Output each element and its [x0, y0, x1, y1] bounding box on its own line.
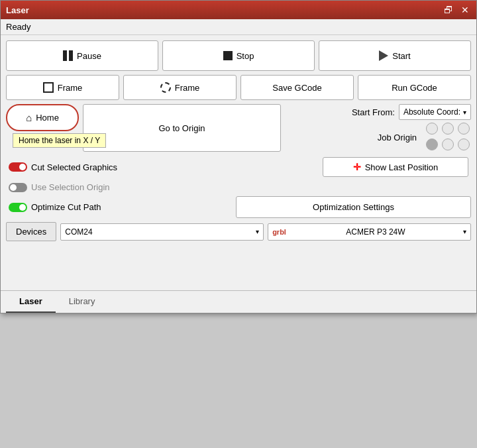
optimize-cut-knob — [19, 204, 26, 211]
title-bar: Laser 🗗 ✕ — [1, 1, 476, 19]
job-origin-row: Job Origin — [285, 123, 471, 152]
tab-library[interactable]: Library — [56, 291, 109, 313]
com-port-select[interactable]: COM24 ▾ — [60, 223, 264, 241]
use-selection-knob — [10, 184, 17, 191]
device-chevron-icon: ▾ — [463, 228, 466, 235]
dot-1[interactable] — [442, 123, 454, 135]
tab-laser[interactable]: Laser — [6, 291, 56, 313]
window-title: Laser — [6, 5, 29, 15]
bottom-tabs: Laser Library — [1, 290, 476, 313]
run-gcode-button[interactable]: Run GCode — [358, 75, 471, 100]
cut-selected-toggle[interactable] — [9, 162, 27, 172]
pause-icon — [63, 50, 73, 61]
job-origin-label: Job Origin — [378, 133, 417, 142]
frame-row: Frame Frame Save GCode Run GCode — [6, 75, 471, 100]
optimize-cut-toggle[interactable] — [9, 203, 27, 212]
home-icon: ⌂ — [26, 112, 32, 123]
show-last-position-button[interactable]: ✛ Show Last Position — [323, 157, 468, 177]
main-content: Pause Stop Start Frame Frame Save GCod — [1, 35, 476, 290]
go-to-origin-button[interactable]: Go to Origin — [83, 104, 281, 152]
dot-4[interactable] — [442, 139, 454, 150]
job-origin-grid — [426, 123, 471, 152]
restore-button[interactable]: 🗗 — [442, 5, 455, 15]
optimize-row: Optimize Cut Path — [6, 196, 232, 218]
use-selection-toggle[interactable] — [9, 183, 27, 192]
home-row: ⌂ Home Home the laser in X / Y Go to Ori… — [6, 104, 471, 152]
devices-button[interactable]: Devices — [6, 222, 56, 241]
device-name-select[interactable]: grbl ACMER P3 24W ▾ — [268, 223, 471, 241]
dot-3[interactable] — [426, 139, 438, 150]
status-bar: Ready — [1, 19, 476, 35]
close-button[interactable]: ✕ — [459, 5, 471, 15]
dot-2[interactable] — [458, 123, 470, 135]
stop-button[interactable]: Stop — [162, 40, 315, 71]
main-window: Laser 🗗 ✕ Ready Pause Stop S — [0, 0, 477, 313]
start-icon — [379, 50, 388, 61]
frame-circle-button[interactable]: Frame — [123, 75, 237, 100]
frame-square-icon — [43, 82, 54, 93]
use-selection-row: Use Selection Origin — [6, 181, 471, 194]
frame-circle-icon — [160, 82, 171, 93]
com-chevron-icon: ▾ — [256, 228, 259, 235]
frame-square-button[interactable]: Frame — [6, 75, 119, 100]
status-text: Ready — [6, 22, 31, 32]
optimization-settings-button[interactable]: Optimization Settings — [236, 196, 471, 218]
crosshair-icon: ✛ — [353, 162, 361, 172]
home-button-wrapper: ⌂ Home Home the laser in X / Y — [6, 104, 79, 152]
title-bar-controls: 🗗 ✕ — [442, 5, 471, 15]
cut-selected-row: Cut Selected Graphics ✛ Show Last Positi… — [6, 156, 471, 178]
use-selection-label: Use Selection Origin — [31, 182, 110, 192]
start-from-label: Start From: — [352, 107, 395, 117]
stop-icon — [223, 51, 233, 60]
start-from-select[interactable]: Absolute Coord: ▾ — [399, 104, 471, 120]
start-from-row: Start From: Absolute Coord: ▾ — [285, 104, 471, 120]
device-brand-icon: grbl — [272, 228, 286, 236]
home-button[interactable]: ⌂ Home — [6, 104, 79, 131]
optimize-settings-row: Optimize Cut Path Optimization Settings — [6, 196, 471, 218]
pause-button[interactable]: Pause — [6, 40, 158, 71]
start-from-section: Start From: Absolute Coord: ▾ Job Origin — [285, 104, 471, 152]
save-gcode-button[interactable]: Save GCode — [240, 75, 354, 100]
cut-selected-knob — [19, 164, 26, 170]
spacer — [6, 245, 471, 285]
start-button[interactable]: Start — [319, 40, 471, 71]
control-row: Pause Stop Start — [6, 40, 471, 71]
chevron-down-icon: ▾ — [463, 109, 466, 116]
dot-5[interactable] — [458, 139, 470, 150]
devices-row: Devices COM24 ▾ grbl ACMER P3 24W ▾ — [6, 222, 471, 241]
dot-0[interactable] — [426, 123, 438, 135]
optimize-cut-label: Optimize Cut Path — [31, 202, 101, 212]
cut-selected-label: Cut Selected Graphics — [31, 162, 117, 172]
